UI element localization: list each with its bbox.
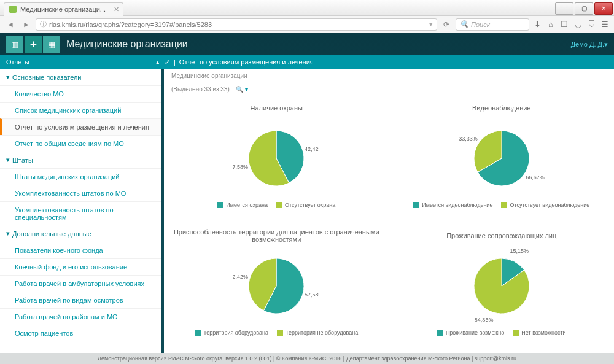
sidebar-item[interactable]: Осмотр пациентов [0, 325, 161, 341]
search-input[interactable]: 🔍 Поиск [456, 18, 529, 31]
menu-icon[interactable]: ☰ [599, 19, 610, 30]
favicon-icon [9, 6, 17, 13]
maximize-button[interactable]: ▢ [575, 2, 593, 15]
window-controls: — ▢ ✕ [555, 1, 614, 15]
svg-text:84,85%: 84,85% [475, 317, 494, 323]
sidebar-item[interactable]: Коечный фонд и его использование [0, 258, 161, 275]
sidebar-item[interactable]: Список медицинских организаций [0, 102, 161, 118]
footer: Демонстрационная версия РИАС М-ского окр… [0, 353, 614, 364]
svg-text:42,42%: 42,42% [305, 146, 319, 152]
dropdown-icon[interactable]: ▾ [429, 20, 433, 28]
svg-text:15,15%: 15,15% [510, 248, 529, 254]
forward-button[interactable]: ► [20, 18, 33, 31]
chart-legend: Имеется видеонаблюдениеОтсутствует видео… [413, 202, 589, 208]
sidebar-item[interactable]: Показатели коечного фонда [0, 242, 161, 258]
download-icon[interactable]: ⬇ [532, 19, 543, 30]
sidebar-item[interactable]: Работа врачей по районам и МО [0, 308, 161, 325]
sidebar-group[interactable]: ▾ Штаты [0, 152, 161, 168]
pie-chart: 15,15%84,85% [459, 246, 545, 326]
sidebar-item[interactable]: Работа врачей в амбулаторных условиях [0, 275, 161, 292]
chart-title: Видеонаблюдение [472, 100, 530, 116]
pie-chart: 57,58%42,42% [233, 246, 319, 326]
charts-grid: Наличие охраны 42,42%57,58% Имеется охра… [164, 98, 614, 353]
sidebar-item[interactable]: Штаты медицинских организаций [0, 168, 161, 185]
sidebar: ▾ Основные показателиКоличество МОСписок… [0, 69, 161, 353]
section-bar: Отчеты ▴ ⤢ | Отчет по условиям размещени… [0, 55, 614, 69]
app-header: ▥ ✚ ▦ Медицинские организации Демо Д. Д.… [0, 33, 614, 55]
chevron-down-icon: ▾ [6, 230, 10, 238]
expand-icon[interactable]: ⤢ [165, 58, 170, 66]
sidebar-item[interactable]: Укомплектованность штатов по специальнос… [0, 201, 161, 225]
chevron-down-icon: ▾ [6, 73, 10, 81]
shield-icon[interactable]: ⛉ [586, 19, 597, 30]
svg-text:33,33%: 33,33% [459, 136, 478, 142]
url-input[interactable]: ⓘ rias.kmis.ru/rias/graphs/?category=319… [36, 18, 437, 31]
sidebar-group[interactable]: ▾ Основные показатели [0, 69, 161, 85]
minimize-button[interactable]: — [555, 2, 573, 15]
back-button[interactable]: ◄ [4, 18, 17, 31]
close-button[interactable]: ✕ [594, 2, 613, 15]
sidebar-item[interactable]: Укомплектованность штатов по МО [0, 185, 161, 201]
chart-cell: Наличие охраны 42,42%57,58% Имеется охра… [164, 98, 389, 225]
chart-legend: Имеется охранаОтсутствует охрана [217, 202, 335, 208]
chart-title: Проживание сопровождающих лиц [446, 228, 556, 244]
chart-legend: Территория оборудованаТерритория не обор… [195, 330, 358, 336]
svg-text:57,58%: 57,58% [305, 292, 319, 298]
tab-close-icon[interactable]: ✕ [114, 6, 119, 14]
app-icon-chart[interactable]: ▥ [6, 36, 23, 53]
pocket-icon[interactable]: ◡ [572, 19, 583, 30]
svg-text:57,58%: 57,58% [233, 164, 248, 170]
svg-text:66,67%: 66,67% [526, 174, 545, 180]
chart-title: Наличие охраны [251, 100, 303, 116]
browser-titlebar: Медицинские организаци... ✕ — ▢ ✕ [0, 0, 614, 16]
sidebar-item[interactable]: Количество МО [0, 85, 161, 102]
chevron-down-icon: ▾ [6, 156, 10, 164]
chart-legend: Проживание возможноНет возможности [437, 330, 566, 336]
sidebar-item[interactable]: Отчет по общим сведениям по МО [0, 135, 161, 152]
app-title: Медицинские организации [66, 39, 188, 50]
home-icon[interactable]: ⌂ [545, 19, 556, 30]
section-label[interactable]: Отчеты [6, 58, 29, 66]
selection-bar: (Выделено 33 из 33) 🔍 ▾ [164, 83, 614, 98]
pie-chart: 66,67%33,33% [459, 118, 545, 198]
user-menu[interactable]: Демо Д. Д.▾ [571, 41, 608, 48]
svg-text:42,42%: 42,42% [233, 274, 248, 280]
sidebar-item[interactable]: Работа врачей по видам осмотров [0, 292, 161, 308]
chart-cell: Видеонаблюдение 66,67%33,33% Имеется вид… [389, 98, 615, 225]
app-container: ▥ ✚ ▦ Медицинские организации Демо Д. Д.… [0, 33, 614, 364]
app-icon-case[interactable]: ✚ [25, 36, 42, 53]
pie-chart: 42,42%57,58% [233, 118, 319, 198]
globe-icon: ⓘ [40, 20, 47, 29]
reload-button[interactable]: ⟳ [440, 18, 453, 31]
address-bar: ◄ ► ⓘ rias.kmis.ru/rias/graphs/?category… [0, 16, 614, 33]
chart-cell: Проживание сопровождающих лиц 15,15%84,8… [389, 225, 615, 353]
chart-title: Приспособленность территории для пациент… [169, 228, 384, 244]
browser-tab[interactable]: Медицинские организаци... ✕ [4, 2, 123, 16]
page-crumb: Отчет по условиям размещения и лечения [179, 58, 314, 66]
bookmark-icon[interactable]: ☐ [559, 19, 570, 30]
selection-text: (Выделено 33 из 33) [171, 86, 230, 93]
breadcrumb: Медицинские организации [164, 69, 614, 83]
sidebar-group[interactable]: ▾ Дополнительные данные [0, 225, 161, 242]
tab-title: Медицинские организаци... [20, 6, 106, 13]
sidebar-item[interactable]: Отчет по условиям размещения и лечения [0, 118, 161, 135]
app-icon-grid[interactable]: ▦ [43, 36, 60, 53]
search-icon: 🔍 [460, 20, 468, 28]
search-small-icon[interactable]: 🔍 ▾ [236, 86, 248, 93]
content-area: ▾ Основные показателиКоличество МОСписок… [0, 69, 614, 353]
main-panel: Медицинские организации (Выделено 33 из … [164, 69, 614, 353]
chart-cell: Приспособленность территории для пациент… [164, 225, 389, 353]
